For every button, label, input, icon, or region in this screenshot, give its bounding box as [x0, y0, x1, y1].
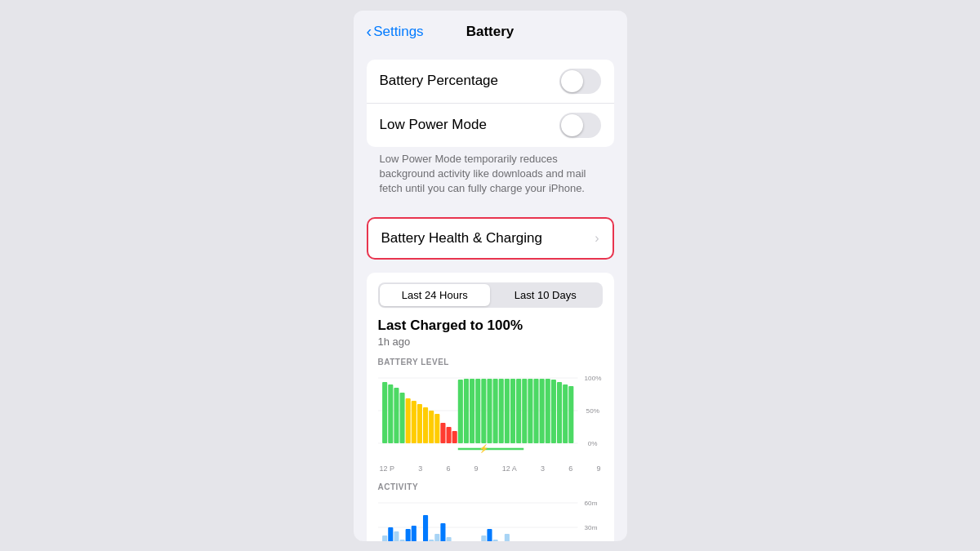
toggle-knob — [561, 70, 583, 92]
svg-rect-57 — [440, 523, 445, 540]
battery-percentage-row: Battery Percentage — [367, 60, 614, 104]
svg-rect-64 — [481, 535, 486, 540]
svg-text:0%: 0% — [587, 440, 597, 447]
svg-rect-13 — [423, 407, 428, 443]
activity-chart: 60m 30m 0m — [378, 495, 603, 540]
phone-container: ‹ Settings Battery Battery Percentage Lo… — [354, 11, 627, 541]
charged-title: Last Charged to 100% — [378, 318, 603, 334]
time-tab-bar: Last 24 Hours Last 10 Days — [378, 282, 603, 308]
activity-section: ACTIVITY 60m 30m 0m — [378, 482, 603, 540]
svg-rect-29 — [516, 379, 521, 443]
x-label-4: 12 A — [502, 464, 517, 473]
back-label: Settings — [373, 24, 423, 40]
x-label-0: 12 P — [380, 464, 395, 473]
battery-level-section: BATTERY LEVEL 100% 50% 0% — [378, 358, 603, 473]
svg-rect-50 — [399, 540, 404, 540]
svg-rect-27 — [504, 379, 509, 443]
svg-rect-15 — [434, 414, 439, 443]
charged-sub: 1h ago — [378, 335, 603, 348]
toggle-knob-2 — [561, 114, 583, 136]
svg-rect-47 — [382, 535, 387, 540]
svg-rect-30 — [522, 379, 527, 443]
x-label-5: 3 — [541, 464, 545, 473]
x-label-6: 6 — [568, 464, 572, 473]
svg-rect-35 — [550, 380, 555, 443]
svg-rect-14 — [429, 411, 434, 443]
svg-text:⚡: ⚡ — [478, 443, 488, 454]
battery-percentage-toggle[interactable] — [559, 69, 601, 94]
battery-level-label: BATTERY LEVEL — [378, 358, 603, 367]
svg-rect-20 — [463, 379, 468, 443]
low-power-toggle[interactable] — [559, 113, 601, 138]
health-group: Battery Health & Charging › — [367, 217, 614, 260]
svg-rect-32 — [533, 379, 538, 443]
low-power-row: Low Power Mode — [367, 104, 614, 147]
battery-percentage-label: Battery Percentage — [380, 73, 499, 89]
chevron-right-icon: › — [595, 231, 599, 246]
svg-rect-56 — [434, 534, 439, 540]
svg-rect-58 — [446, 537, 451, 540]
svg-rect-38 — [568, 386, 573, 443]
svg-text:60m: 60m — [584, 500, 597, 507]
svg-rect-26 — [498, 379, 503, 443]
svg-rect-10 — [405, 398, 410, 443]
x-label-2: 6 — [446, 464, 450, 473]
svg-rect-37 — [563, 384, 568, 443]
low-power-helper: Low Power Mode temporarily reduces backg… — [367, 147, 614, 205]
svg-rect-18 — [452, 431, 457, 443]
svg-rect-16 — [440, 423, 445, 443]
svg-rect-7 — [388, 384, 393, 443]
svg-rect-25 — [492, 379, 497, 443]
x-label-7: 9 — [596, 464, 600, 473]
back-arrow-icon: ‹ — [367, 23, 372, 39]
svg-rect-8 — [394, 388, 399, 443]
battery-level-chart: 100% 50% 0% — [378, 370, 603, 460]
activity-label: ACTIVITY — [378, 482, 603, 491]
svg-rect-54 — [423, 515, 428, 540]
svg-rect-65 — [487, 529, 492, 540]
content-area: Battery Percentage Low Power Mode Low Po… — [354, 47, 627, 541]
tab-10d[interactable]: Last 10 Days — [490, 284, 601, 306]
svg-rect-33 — [539, 379, 544, 443]
page-title: Battery — [466, 24, 514, 40]
svg-text:50%: 50% — [586, 407, 599, 415]
svg-rect-66 — [492, 540, 497, 540]
health-row[interactable]: Battery Health & Charging › — [368, 219, 612, 258]
svg-rect-28 — [510, 379, 514, 443]
svg-rect-24 — [487, 379, 492, 443]
svg-rect-23 — [481, 379, 486, 443]
svg-rect-34 — [545, 379, 550, 443]
tab-24h[interactable]: Last 24 Hours — [380, 284, 491, 306]
svg-rect-31 — [528, 379, 532, 443]
svg-rect-21 — [470, 379, 474, 443]
health-label: Battery Health & Charging — [381, 230, 543, 247]
header: ‹ Settings Battery — [354, 11, 627, 47]
svg-rect-22 — [475, 379, 480, 443]
svg-rect-19 — [457, 380, 462, 443]
svg-rect-68 — [504, 534, 509, 540]
svg-rect-9 — [399, 393, 404, 443]
battery-x-axis: 12 P 3 6 9 12 A 3 6 9 — [378, 464, 603, 473]
svg-text:30m: 30m — [584, 524, 597, 531]
svg-rect-6 — [382, 382, 387, 443]
svg-rect-36 — [556, 382, 561, 443]
svg-rect-55 — [429, 540, 434, 540]
x-label-1: 3 — [418, 464, 422, 473]
x-label-3: 9 — [474, 464, 479, 473]
svg-rect-52 — [411, 526, 416, 540]
svg-rect-51 — [405, 529, 410, 540]
svg-rect-12 — [416, 404, 421, 443]
low-power-label: Low Power Mode — [380, 117, 487, 133]
usage-card: Last 24 Hours Last 10 Days Last Charged … — [367, 273, 614, 540]
back-button[interactable]: ‹ Settings — [367, 24, 424, 40]
svg-rect-49 — [394, 531, 399, 540]
svg-rect-48 — [388, 527, 393, 540]
svg-rect-17 — [446, 427, 451, 443]
svg-rect-11 — [411, 401, 416, 443]
toggles-group: Battery Percentage Low Power Mode — [367, 60, 614, 147]
svg-text:100%: 100% — [584, 375, 601, 382]
